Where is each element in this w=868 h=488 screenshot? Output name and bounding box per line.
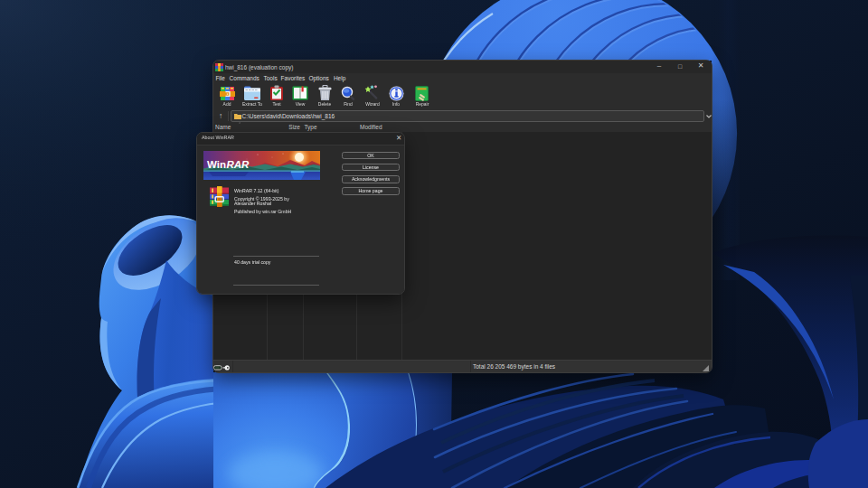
svg-text:RAR: RAR <box>227 159 250 170</box>
svg-text:Win: Win <box>207 159 226 170</box>
